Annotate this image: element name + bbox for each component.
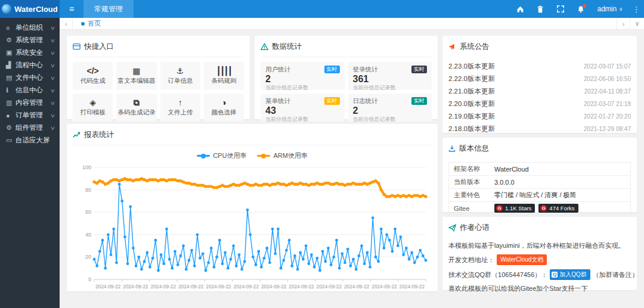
announcement-item[interactable]: 2.23.0版本更新 2022-09-07 15:07 (448, 60, 631, 73)
quick-entry-print-template[interactable]: ◈ 打印模板 (73, 94, 113, 122)
chevron-down-icon: ∨ (619, 7, 623, 12)
gitee-stars-badge[interactable]: G 1.1K Stars (494, 204, 535, 213)
sidebar-item-content-mgmt[interactable]: ▥ 内容管理 ∨ (0, 97, 60, 109)
tab-options-icon[interactable]: ∨ (630, 18, 644, 29)
circle-icon: ● (6, 112, 16, 119)
svg-text:60: 60 (85, 209, 91, 215)
chevron-down-icon: ∨ (50, 25, 55, 31)
page-tabbar: ‹ 首页 › ∨ (60, 18, 644, 30)
svg-text:2024-09-22: 2024-09-22 (317, 284, 342, 290)
report-chart-card: 报表统计 CPU使用率 ARM使用率 0204060801002024-09-2… (67, 124, 438, 291)
trash-icon[interactable] (530, 0, 550, 18)
quick-entry-barcode-record[interactable]: ⧉ 条码生成记录 (116, 94, 156, 122)
chart-icon: ▟ (6, 61, 16, 69)
announcement-item[interactable]: 2.20.0版本更新 2022-03-07 21:18 (448, 98, 631, 110)
code-icon: </> (87, 67, 99, 75)
svg-text:2024-09-22: 2024-09-22 (344, 284, 370, 290)
tab-scroll-left-icon[interactable]: ‹ (60, 18, 73, 29)
tab-scroll-right-icon[interactable]: › (617, 18, 630, 29)
chevron-down-icon: ∨ (50, 38, 55, 43)
announcement-item[interactable]: 2.21.0版本更新 2022-04-11 08:37 (448, 85, 631, 98)
legend-arm[interactable]: ARM使用率 (257, 151, 307, 160)
more-menu-icon[interactable]: ⋮ (628, 5, 644, 14)
sidebar: ≡ 单位组织 ∨ ⚙ 系统管理 ∨ ▣ 系统安全 ∨ ▟ 流程中心 ∨ ▤ 文件… (0, 18, 60, 308)
fullscreen-icon[interactable] (550, 0, 571, 18)
notification-dot (583, 4, 586, 8)
menu-toggle-icon[interactable]: ≡ (60, 0, 83, 18)
svg-text:40: 40 (85, 232, 91, 238)
data-stats-title: 数据统计 (272, 42, 302, 52)
bell-icon[interactable] (571, 0, 591, 18)
svg-text:80: 80 (85, 187, 91, 193)
quick-entry-order-info[interactable]: ⚓ 订单信息 (160, 62, 200, 90)
version-row-features: 主要特色 零门槛 / 响应式 / 清爽 / 极简 (449, 189, 630, 202)
sidebar-item-system-mgmt[interactable]: ⚙ 系统管理 ∨ (0, 34, 60, 46)
trend-chart-icon (73, 131, 80, 139)
home-icon[interactable] (510, 0, 530, 18)
quick-entry-richtext-editor[interactable]: ▦ 富文本编辑器 (116, 62, 156, 90)
svg-text:100: 100 (82, 164, 91, 170)
quick-entry-file-upload[interactable]: ↑ 文件上传 (160, 94, 200, 122)
author-line-4: 喜欢此模板的可以给我的Gitee加个Star支持一下 (448, 284, 631, 293)
palette-icon: ◑ (221, 98, 226, 107)
svg-text:2024-09-22: 2024-09-22 (178, 284, 204, 290)
sidebar-item-file-center[interactable]: ▤ 文件中心 ∨ (0, 71, 60, 84)
brand-logo-icon (2, 4, 11, 14)
chevron-down-icon: ∨ (50, 100, 55, 106)
usage-line-chart[interactable]: 0204060801002024-09-222024-09-222024-09-… (73, 163, 432, 297)
gear-icon: ⚙ (6, 36, 16, 44)
legend-cpu[interactable]: CPU使用率 (197, 151, 246, 160)
sidebar-item-component-mgmt[interactable]: ⚙ 组件管理 ∨ (0, 122, 60, 134)
editor-icon: ▦ (132, 67, 140, 75)
active-tab-dot (81, 22, 85, 26)
user-menu[interactable]: admin ∨ (591, 5, 628, 13)
stat-users: 用户统计 2 当前分组总记录数 实时 (261, 62, 345, 90)
tab-home[interactable]: 首页 (73, 18, 109, 29)
version-row-gitee: Gitee G 1.1K Stars G 474 Forks (449, 202, 630, 215)
anchor-icon: ⚓ (177, 67, 184, 75)
gitee-forks-badge[interactable]: G 474 Forks (538, 204, 578, 213)
username: admin (597, 5, 617, 13)
sidebar-item-info-center[interactable]: ℹ 信息中心 ∨ (0, 84, 60, 97)
svg-text:2024-09-22: 2024-09-22 (234, 284, 259, 290)
doc-link-button[interactable]: WaterCloud文档 (497, 254, 547, 265)
quick-entry-code-gen[interactable]: </> 代码生成 (73, 62, 113, 90)
version-row-framework: 框架名称 WaterCloud (449, 163, 630, 176)
version-info-title: 版本信息 (459, 144, 489, 154)
brand[interactable]: WaterCloud (0, 0, 60, 18)
sidebar-item-workflow-center[interactable]: ▟ 流程中心 ∨ (0, 59, 60, 71)
file-code-icon: ⧉ (134, 98, 140, 107)
join-qq-button[interactable]: Q 加入QQ群 (550, 269, 590, 280)
announcement-item[interactable]: 2.18.0版本更新 2021-12-29 08:47 (448, 123, 631, 135)
sidebar-item-order-mgmt[interactable]: ● 订单管理 ∨ (0, 109, 60, 122)
qq-icon: Q (552, 272, 558, 278)
top-tab-general[interactable]: 常规管理 (83, 0, 134, 18)
status-badge: 实时 (411, 97, 427, 105)
data-stats-card: 数据统计 用户统计 2 当前分组总记录数 实时 登录统计 361 当前分组总记录… (255, 36, 438, 119)
sidebar-item-system-security[interactable]: ▣ 系统安全 ∨ (0, 46, 60, 59)
gear-icon: ⚙ (6, 124, 16, 132)
announcement-item[interactable]: 2.19.0版本更新 2022-01-27 20:20 (448, 110, 631, 123)
list-icon: ≡ (6, 24, 16, 32)
brand-name: WaterCloud (14, 5, 57, 14)
svg-text:2024-09-22: 2024-09-22 (95, 284, 121, 290)
top-navbar: WaterCloud ≡ 常规管理 admin ∨ ⋮ (0, 0, 644, 18)
chevron-down-icon: ∨ (50, 113, 55, 119)
author-line-3: 技术交流QQ群（1065447456）： Q 加入QQ群 （加群请备注） (448, 269, 631, 280)
author-line-1: 本模板前端基于layuimini，后端对各种框架进行融合而实现。 (448, 241, 631, 250)
quick-entry-barcode-rule[interactable]: ┃┃┃┃ 条码规则 (204, 62, 244, 90)
main-content: 快捷入口 </> 代码生成 ▦ 富文本编辑器 ⚓ 订单信息 (60, 30, 644, 308)
sidebar-item-unit-org[interactable]: ≡ 单位组织 ∨ (0, 21, 60, 34)
svg-text:2024-09-22: 2024-09-22 (371, 284, 397, 290)
svg-text:2024-09-22: 2024-09-22 (206, 284, 231, 290)
barcode-icon: ┃┃┃┃ (216, 67, 232, 75)
monitor-icon: ▭ (6, 136, 16, 144)
status-badge: 实时 (411, 66, 427, 73)
version-row-current: 当前版本 3.0.0.0 (449, 176, 630, 189)
info-icon: ℹ (6, 86, 16, 94)
chevron-down-icon: ∨ (50, 125, 55, 131)
sidebar-item-adaptive-screen[interactable]: ▭ 自适应大屏 (0, 134, 60, 147)
megaphone-icon (448, 43, 456, 51)
quick-entry-color-picker[interactable]: ◑ 颜色选择 (204, 94, 244, 122)
announcement-item[interactable]: 2.22.0版本更新 2022-06-06 16:50 (448, 73, 631, 85)
